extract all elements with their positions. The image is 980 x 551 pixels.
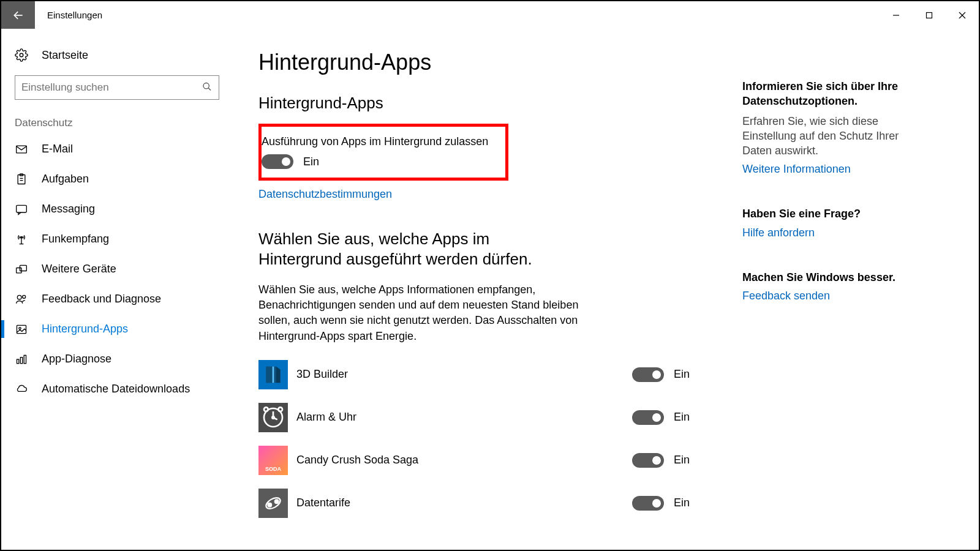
title-bar: Einstellungen [1,1,979,29]
sidebar-item-tasks[interactable]: Aufgaben [1,164,234,194]
master-toggle-state: Ein [303,156,319,168]
window-controls [880,1,979,29]
minimize-button[interactable] [880,1,913,29]
app-name-label: Candy Crush Soda Saga [296,454,632,467]
app-name-label: 3D Builder [296,368,632,381]
devices-icon [15,263,28,276]
diag-icon [15,353,28,365]
sidebar: Startseite Datenschutz E-MailAufgabenMes… [1,29,234,550]
rp-s3-link[interactable]: Feedback senden [742,290,914,302]
minimize-icon [892,12,900,19]
app-row: DatentarifeEin [258,489,706,518]
master-toggle[interactable] [262,154,293,169]
app-toggle-state: Ein [674,454,690,467]
sidebar-item-radio[interactable]: Funkempfang [1,224,234,254]
svg-point-33 [264,407,268,411]
sidebar-item-feedback[interactable]: Feedback und Diagnose [1,284,234,314]
svg-rect-26 [266,366,276,383]
sidebar-item-label: Messaging [42,203,95,216]
gear-icon [15,48,28,62]
privacy-link[interactable]: Datenschutzbestimmungen [258,188,392,201]
app-toggle[interactable] [632,367,664,382]
sidebar-item-label: E-Mail [42,143,73,156]
search-icon [202,82,212,94]
feedback-icon [15,293,28,305]
section2-desc: Wählen Sie aus, welche Apps Informatione… [258,282,589,344]
search-input[interactable] [15,75,219,100]
arrow-left-icon [12,9,24,21]
picture-icon [15,323,28,335]
svg-rect-25 [24,355,26,363]
right-pane: Informieren Sie sich über Ihre Datenschu… [742,50,914,550]
rp-s2-heading: Haben Sie eine Frage? [742,206,914,221]
app-toggle[interactable] [632,453,664,468]
svg-point-5 [20,53,23,57]
rp-s1-link[interactable]: Weitere Informationen [742,163,914,176]
sidebar-item-devices[interactable]: Weitere Geräte [1,254,234,284]
master-toggle-label: Ausführung von Apps im Hintergrund zulas… [262,135,500,148]
sidebar-item-cloud[interactable]: Automatische Dateidownloads [1,374,234,404]
app-toggle-state: Ein [674,497,690,509]
app-toggle[interactable] [632,496,664,511]
svg-line-7 [208,88,211,91]
svg-rect-13 [17,205,27,212]
svg-rect-17 [17,268,21,272]
sidebar-item-message[interactable]: Messaging [1,194,234,224]
svg-point-6 [203,83,209,89]
maximize-button[interactable] [913,1,946,29]
app-name-label: Datentarife [296,497,632,509]
svg-marker-27 [276,366,281,383]
sidebar-item-mail[interactable]: E-Mail [1,134,234,164]
svg-point-19 [17,295,21,299]
section2-heading: Wählen Sie aus, welche Apps im Hintergru… [258,229,577,269]
rp-s2-link[interactable]: Hilfe anfordern [742,227,914,239]
sidebar-item-label: App-Diagnose [42,353,111,365]
sidebar-item-diag[interactable]: App-Diagnose [1,344,234,374]
svg-rect-23 [17,359,19,364]
app-toggle-state: Ein [674,411,690,424]
svg-point-34 [278,407,282,411]
svg-rect-2 [927,12,932,18]
sidebar-item-label: Feedback und Diagnose [42,293,161,305]
app-row: Alarm & UhrEin [258,403,706,432]
app-toggle[interactable] [632,410,664,425]
main-content: Hintergrund-Apps Hintergrund-Apps Ausfüh… [258,50,706,550]
svg-point-36 [268,503,272,507]
app-tile-icon [258,360,288,389]
close-button[interactable] [946,1,979,29]
sidebar-item-label: Hintergrund-Apps [42,323,128,335]
svg-point-37 [275,500,279,503]
svg-point-22 [19,327,21,329]
app-tile-icon: SODA [258,446,288,475]
svg-point-20 [23,295,26,298]
rp-s3-heading: Machen Sie Windows besser. [742,270,914,285]
sidebar-category: Datenschutz [1,117,234,134]
section1-heading: Hintergrund-Apps [258,94,706,113]
app-toggle-state: Ein [674,368,690,381]
app-name-label: Alarm & Uhr [296,411,632,424]
svg-rect-8 [17,146,27,153]
sidebar-item-label: Weitere Geräte [42,263,116,276]
svg-line-32 [273,418,277,419]
mail-icon [15,143,28,156]
app-row: 3D BuilderEin [258,360,706,389]
sidebar-item-label: Aufgaben [42,173,89,186]
rp-s1-text: Erfahren Sie, wie sich diese Einstellung… [742,114,914,159]
back-button[interactable] [1,1,35,29]
rp-s1-heading: Informieren Sie sich über Ihre Datenschu… [742,79,914,109]
app-tile-icon [258,403,288,432]
home-button[interactable]: Startseite [1,41,234,69]
radio-icon [15,233,28,246]
highlight-annotation: Ausführung von Apps im Hintergrund zulas… [258,124,508,181]
svg-point-35 [264,495,282,511]
svg-rect-24 [20,357,22,363]
app-row: SODACandy Crush Soda SagaEin [258,446,706,475]
message-icon [15,203,28,216]
page-title: Hintergrund-Apps [258,50,706,75]
cloud-icon [15,383,28,395]
window-title: Einstellungen [35,1,880,29]
sidebar-item-label: Funkempfang [42,233,109,246]
sidebar-item-picture[interactable]: Hintergrund-Apps [1,314,234,344]
tasks-icon [15,173,28,186]
app-tile-icon [258,489,288,518]
